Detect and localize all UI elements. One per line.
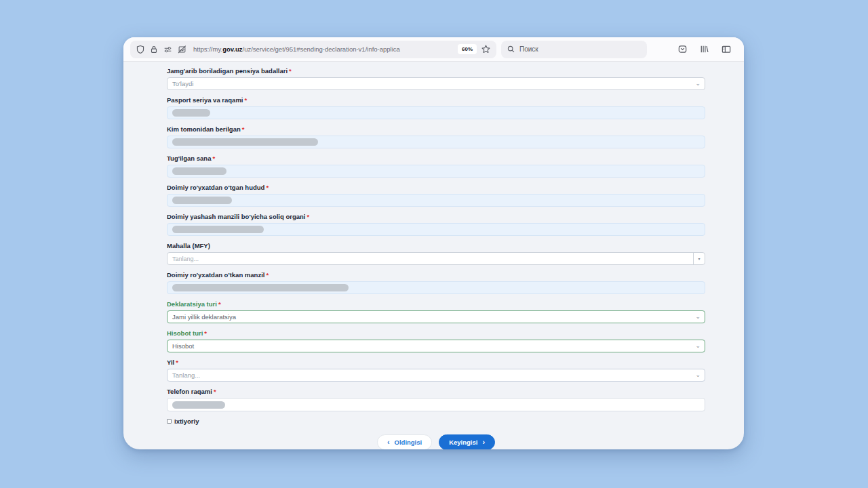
lock-icon[interactable] [149, 45, 159, 54]
url-fade [443, 45, 455, 53]
registered-region-input [167, 194, 705, 207]
field-mahalla: Mahalla (MFY) Tanlang... ▾ [167, 242, 705, 265]
redacted-value [172, 109, 210, 117]
dropdown-arrow-icon[interactable]: ▾ [693, 253, 705, 264]
tax-authority-input [167, 223, 705, 236]
phone-input[interactable] [167, 398, 705, 411]
field-label: Doimiy ro'yxatdan o'tkan manzil* [167, 271, 705, 279]
field-label: Tug'ilgan sana* [167, 155, 705, 162]
optional-checkbox-row: Ixtiyoriy [167, 418, 705, 425]
selected-value: Jami yillik deklaratsiya [172, 313, 236, 321]
mahalla-select[interactable]: Tanlang... ▾ [167, 252, 705, 265]
chevron-down-icon: ⌄ [695, 343, 701, 349]
next-button[interactable]: Keyingisi › [439, 434, 495, 449]
redacted-value [172, 226, 264, 233]
required-asterisk: * [289, 67, 292, 75]
search-icon [507, 45, 515, 54]
placeholder-text: Tanlang... [172, 371, 200, 379]
field-label: Kim tomonidan berilgan* [167, 125, 705, 133]
field-label: Pasport seriya va raqami* [167, 96, 705, 104]
page-content: Jamg'arib boriladigan pensiya badallari*… [123, 62, 744, 449]
shield-icon[interactable] [136, 45, 145, 54]
field-report-type: Hisobot turi* Hisobot ⌄ [167, 329, 705, 352]
field-registered-region: Doimiy ro'yxatdan o'tgan hudud* [167, 184, 705, 207]
birth-date-input [167, 165, 705, 178]
redacted-value [172, 167, 226, 175]
field-tax-authority: Doimiy yashash manzili bo'yicha soliq or… [167, 213, 705, 236]
required-asterisk: * [307, 213, 309, 220]
redacted-value [172, 401, 225, 409]
required-asterisk: * [266, 184, 269, 191]
form-navigation: ‹ Oldingisi Keyingisi › [167, 434, 705, 449]
required-asterisk: * [266, 271, 269, 279]
redacted-value [172, 138, 318, 146]
search-bar[interactable]: Поиск [501, 41, 647, 58]
previous-button[interactable]: ‹ Oldingisi [377, 434, 432, 449]
field-birth-date: Tug'ilgan sana* [167, 155, 705, 178]
search-placeholder: Поиск [519, 45, 538, 53]
field-registered-address: Doimiy ro'yxatdan o'tkan manzil* [167, 271, 705, 294]
field-label: Telefon raqami* [167, 388, 705, 395]
url-prefix: https://my. [193, 45, 222, 53]
browser-window: https://my.gov.uz/uz/service/get/951#sen… [123, 37, 744, 449]
url-bar[interactable]: https://my.gov.uz/uz/service/get/951#sen… [130, 41, 496, 58]
url-path: /uz/service/get/951#sending-declaration-… [243, 45, 400, 53]
issued-by-input [167, 136, 705, 148]
chevron-right-icon: › [482, 439, 485, 446]
required-asterisk: * [212, 155, 215, 162]
sidebar-icon[interactable] [721, 44, 732, 54]
required-asterisk: * [176, 359, 178, 366]
required-asterisk: * [242, 125, 245, 133]
field-label: Yil* [167, 359, 705, 366]
passport-input [167, 106, 705, 119]
field-phone: Telefon raqami* [167, 388, 705, 411]
pocket-icon[interactable] [677, 44, 688, 54]
url-text[interactable]: https://my.gov.uz/uz/service/get/951#sen… [193, 45, 455, 53]
url-domain: gov.uz [222, 45, 242, 53]
placeholder-text: Tanlang... [172, 256, 199, 262]
zoom-level-badge[interactable]: 60% [458, 44, 477, 54]
field-passport: Pasport seriya va raqami* [167, 96, 705, 119]
chevron-down-icon: ⌄ [695, 81, 701, 87]
browser-toolbar: https://my.gov.uz/uz/service/get/951#sen… [123, 37, 744, 62]
required-asterisk: * [204, 329, 207, 337]
optional-checkbox-label: Ixtiyoriy [174, 418, 199, 425]
field-pension-payments: Jamg'arib boriladigan pensiya badallari*… [167, 67, 705, 90]
field-label: Doimiy ro'yxatdan o'tgan hudud* [167, 184, 705, 191]
pension-payments-select[interactable]: To'laydi ⌄ [167, 77, 705, 90]
field-label: Deklaratsiya turi* [167, 300, 705, 308]
chevron-down-icon: ⌄ [695, 372, 701, 378]
year-select[interactable]: Tanlang... ⌄ [167, 369, 705, 382]
blocked-media-icon[interactable] [177, 45, 187, 54]
permissions-icon[interactable] [163, 45, 173, 54]
field-issued-by: Kim tomonidan berilgan* [167, 125, 705, 148]
selected-value: Hisobot [172, 342, 194, 350]
previous-button-label: Oldingisi [395, 439, 422, 446]
registered-address-input [167, 281, 705, 294]
required-asterisk: * [218, 300, 221, 308]
declaration-type-select[interactable]: Jami yillik deklaratsiya ⌄ [167, 310, 705, 323]
field-year: Yil* Tanlang... ⌄ [167, 359, 705, 382]
chevron-left-icon: ‹ [387, 439, 390, 446]
redacted-value [172, 284, 349, 291]
required-asterisk: * [214, 388, 216, 395]
next-button-label: Keyingisi [449, 439, 477, 446]
required-asterisk: * [244, 96, 247, 104]
field-label: Mahalla (MFY) [167, 242, 705, 249]
report-type-select[interactable]: Hisobot ⌄ [167, 340, 705, 352]
optional-checkbox[interactable] [167, 419, 172, 424]
chevron-down-icon: ⌄ [695, 314, 701, 320]
field-declaration-type: Deklaratsiya turi* Jami yillik deklarats… [167, 300, 705, 323]
field-label: Doimiy yashash manzili bo'yicha soliq or… [167, 213, 705, 220]
bookmark-star-icon[interactable] [481, 44, 491, 54]
selected-value: To'laydi [172, 80, 193, 87]
redacted-value [172, 197, 232, 204]
library-icon[interactable] [699, 44, 709, 54]
field-label: Hisobot turi* [167, 329, 705, 337]
field-label: Jamg'arib boriladigan pensiya badallari* [167, 67, 705, 75]
